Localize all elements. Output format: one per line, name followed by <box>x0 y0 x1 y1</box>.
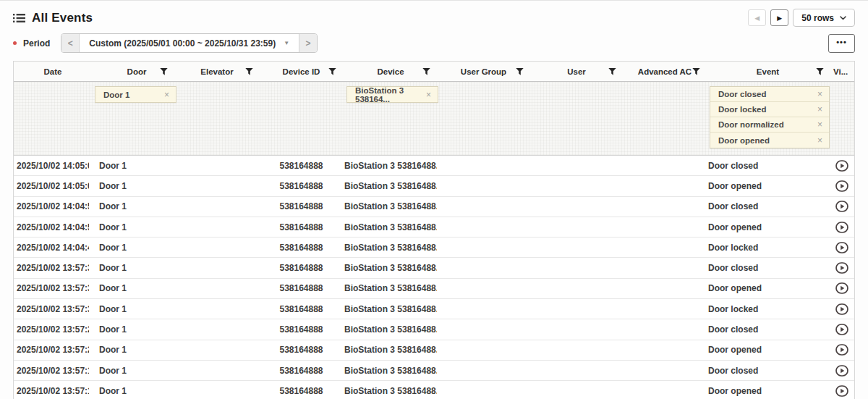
cell-event: Door closed <box>707 161 827 171</box>
filter-chip-event[interactable]: Door locked× <box>710 102 829 117</box>
play-video-button[interactable] <box>835 222 848 233</box>
filter-chip-device[interactable]: BioStation 3 538164... × <box>346 86 438 103</box>
cell-date: 2025/10/02 13:57:34 <box>14 304 89 314</box>
page-prev-button[interactable]: ◀ <box>748 9 766 26</box>
table-row[interactable]: 2025/10/02 13:57:14Door 1538164888BioSta… <box>14 361 854 381</box>
cell-device: BioStation 3 53816488... <box>343 181 437 191</box>
play-icon <box>835 282 848 294</box>
table-row[interactable]: 2025/10/02 14:05:02Door 1538164888BioSta… <box>14 156 854 176</box>
close-icon[interactable]: × <box>817 90 822 98</box>
play-video-button[interactable] <box>835 242 848 253</box>
play-video-button[interactable] <box>835 180 848 192</box>
cell-door: Door 1 <box>89 243 174 253</box>
cell-date: 2025/10/02 13:57:24 <box>14 345 89 355</box>
table-row[interactable]: 2025/10/02 14:04:54Door 1538164888BioSta… <box>14 197 854 217</box>
cell-date: 2025/10/02 13:57:39 <box>14 263 89 273</box>
play-video-button[interactable] <box>835 324 848 335</box>
period-next-button[interactable]: > <box>299 34 317 52</box>
filter-chip-label: Door normalized <box>718 120 784 129</box>
column-label: Date <box>44 67 62 76</box>
table-row[interactable]: 2025/10/02 13:57:14Door 1538164888BioSta… <box>14 381 854 399</box>
cell-device: BioStation 3 53816488... <box>343 201 437 211</box>
close-icon[interactable]: × <box>817 105 822 114</box>
page-next-button[interactable]: ▶ <box>770 9 788 26</box>
cell-device: BioStation 3 53816488... <box>343 366 437 376</box>
cell-view <box>827 222 856 233</box>
period-prev-button[interactable]: < <box>61 34 80 52</box>
play-icon <box>835 222 848 233</box>
cell-device: BioStation 3 53816488... <box>343 243 437 253</box>
play-video-button[interactable] <box>835 385 848 397</box>
filter-chip-event[interactable]: Door normalized× <box>710 117 829 133</box>
filter-icon[interactable] <box>516 68 524 75</box>
play-video-button[interactable] <box>835 262 848 274</box>
filter-chip-event[interactable]: Door opened× <box>710 133 829 148</box>
close-icon[interactable]: × <box>164 91 169 99</box>
table-row[interactable]: 2025/10/02 13:57:24Door 1538164888BioSta… <box>14 340 854 361</box>
filter-icon[interactable] <box>816 68 824 75</box>
table-row[interactable]: 2025/10/02 14:05:01Door 1538164888BioSta… <box>14 176 854 196</box>
cell-device_id: 538164888 <box>260 366 343 376</box>
period-dropdown[interactable]: Custom (2025/05/01 00:00 ~ 2025/10/31 23… <box>80 34 299 52</box>
cell-door: Door 1 <box>89 366 174 376</box>
cell-event: Door opened <box>707 283 827 293</box>
table-row[interactable]: 2025/10/02 14:04:53Door 1538164888BioSta… <box>14 217 854 238</box>
rows-per-page-value: 50 rows <box>801 13 834 23</box>
cell-date: 2025/10/02 14:04:53 <box>14 222 89 232</box>
cell-event: Door closed <box>707 263 827 273</box>
cell-device_id: 538164888 <box>260 222 343 232</box>
cell-event: Door locked <box>707 304 827 314</box>
cell-device: BioStation 3 53816488... <box>343 304 437 314</box>
cell-door: Door 1 <box>89 201 174 211</box>
play-video-button[interactable] <box>835 201 848 212</box>
filter-icon[interactable] <box>328 68 336 75</box>
play-video-button[interactable] <box>835 365 848 377</box>
play-icon <box>835 303 848 315</box>
cell-device: BioStation 3 53816488... <box>343 263 437 273</box>
cell-device_id: 538164888 <box>260 243 343 253</box>
cell-view <box>827 180 856 192</box>
table-row[interactable]: 2025/10/02 13:57:34Door 1538164888BioSta… <box>14 299 854 319</box>
column-label: User <box>567 67 586 76</box>
play-video-button[interactable] <box>835 282 848 294</box>
play-video-button[interactable] <box>835 160 848 172</box>
close-icon[interactable]: × <box>817 136 822 145</box>
play-video-button[interactable] <box>835 303 848 315</box>
period-range-control: < Custom (2025/05/01 00:00 ~ 2025/10/31 … <box>61 33 318 53</box>
table-row[interactable]: 2025/10/02 13:57:26Door 1538164888BioSta… <box>14 319 854 340</box>
cell-view <box>827 160 856 172</box>
cell-door: Door 1 <box>89 386 174 396</box>
filter-chip-event[interactable]: Door closed× <box>710 87 829 102</box>
close-icon[interactable]: × <box>426 91 431 99</box>
more-options-button[interactable]: ••• <box>828 34 855 53</box>
column-header-user: User <box>530 62 623 81</box>
table-row[interactable]: 2025/10/02 13:57:39Door 1538164888BioSta… <box>14 279 854 299</box>
cell-view <box>827 242 856 253</box>
filter-icon[interactable] <box>692 68 700 75</box>
column-label: Advanced AC <box>638 67 692 76</box>
cell-view <box>827 303 856 315</box>
cell-date: 2025/10/02 13:57:26 <box>14 324 89 335</box>
cell-date: 2025/10/02 13:57:14 <box>14 366 89 376</box>
rows-per-page-dropdown[interactable]: 50 rows <box>793 9 855 27</box>
table-row[interactable]: 2025/10/02 13:57:39Door 1538164888BioSta… <box>14 258 854 278</box>
filter-icon[interactable] <box>422 68 430 75</box>
period-label: Period <box>23 38 50 49</box>
column-header-elevator: Elevator <box>174 62 260 81</box>
table-row[interactable]: 2025/10/02 14:04:44Door 1538164888BioSta… <box>14 238 854 258</box>
cell-door: Door 1 <box>89 345 174 355</box>
filter-icon[interactable] <box>608 68 616 75</box>
cell-device_id: 538164888 <box>260 324 343 335</box>
filter-chip-door[interactable]: Door 1 × <box>95 86 176 103</box>
cell-view <box>827 385 856 397</box>
cell-device_id: 538164888 <box>260 181 343 191</box>
cell-view <box>827 365 856 377</box>
cell-date: 2025/10/02 13:57:39 <box>14 283 89 293</box>
close-icon[interactable]: × <box>817 120 822 129</box>
required-dot <box>13 41 17 45</box>
filter-icon[interactable] <box>245 68 253 75</box>
filter-icon[interactable] <box>160 68 168 75</box>
play-video-button[interactable] <box>835 344 848 356</box>
cell-door: Door 1 <box>89 304 174 314</box>
cell-view <box>827 324 856 335</box>
